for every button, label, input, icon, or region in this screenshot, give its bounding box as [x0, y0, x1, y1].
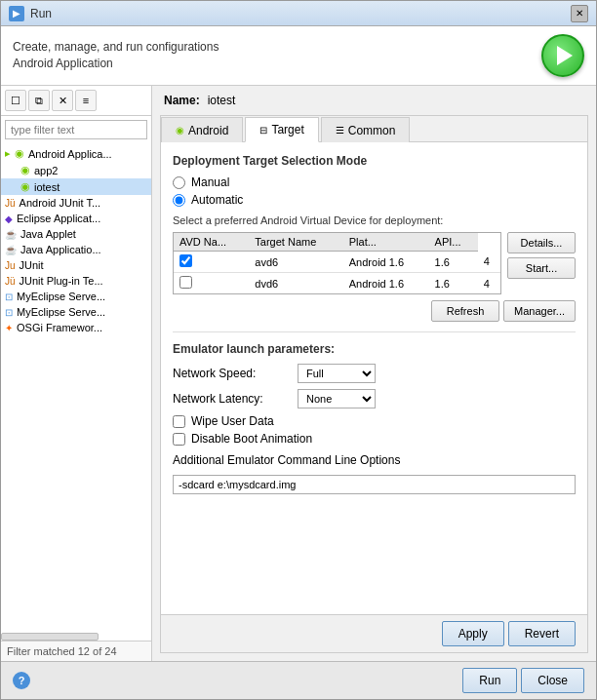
- sidebar-item-label: Java Applet: [20, 228, 76, 240]
- close-window-button[interactable]: ✕: [571, 5, 588, 22]
- emulator-section-label: Emulator launch parameters:: [173, 342, 576, 356]
- network-speed-row: Network Speed: Full GSM: [173, 364, 576, 383]
- tab-android[interactable]: ◉ Android: [161, 117, 243, 142]
- details-button[interactable]: Details...: [507, 232, 576, 253]
- sidebar: ☐ ⧉ ✕ ≡ ▸ ◉ Android Applica... ◉ app2 ◉: [1, 86, 152, 661]
- disable-boot-row[interactable]: Disable Boot Animation: [173, 432, 576, 446]
- run-icon-button[interactable]: [541, 34, 584, 77]
- filter-input[interactable]: [5, 120, 147, 139]
- avd-container: AVD Na... Target Name Plat... API...: [173, 232, 576, 294]
- new-config-button[interactable]: ☐: [5, 90, 26, 111]
- revert-button[interactable]: Revert: [508, 621, 576, 646]
- sidebar-item-eclipse-app[interactable]: ◆ Eclipse Applicat...: [1, 211, 151, 226]
- filter-config-button[interactable]: ≡: [75, 90, 97, 111]
- sidebar-item-android-app[interactable]: ▸ ◉ Android Applica...: [1, 145, 151, 162]
- sidebar-item-java-app[interactable]: ☕ Java Applicatio...: [1, 242, 151, 257]
- manager-button[interactable]: Manager...: [503, 300, 576, 322]
- avd-row-2[interactable]: dvd6 Android 1.6 1.6 4: [174, 273, 500, 294]
- sidebar-toolbar: ☐ ⧉ ✕ ≡: [1, 86, 151, 116]
- avd-row1-api: 4: [478, 252, 500, 273]
- tab-common[interactable]: ☰ Common: [321, 117, 411, 142]
- sidebar-item-junit[interactable]: Ju JUnit: [1, 257, 151, 273]
- avd-row2-check[interactable]: [174, 273, 249, 294]
- avd-row2-api: 4: [478, 273, 500, 294]
- sidebar-item-java-applet[interactable]: ☕ Java Applet: [1, 226, 151, 242]
- avd-buttons: Details... Start...: [507, 232, 576, 294]
- network-latency-row: Network Latency: None GPRS: [173, 389, 576, 408]
- sidebar-item-label: iotest: [34, 181, 60, 193]
- avd-row1-name: avd6: [249, 252, 342, 273]
- run-dialog: ▶ Run ✕ Create, manage, and run configur…: [0, 0, 597, 700]
- avd-table-wrapper: AVD Na... Target Name Plat... API...: [173, 232, 501, 294]
- footer-left: ?: [13, 672, 30, 689]
- android-icon: ▸: [5, 147, 11, 160]
- sidebar-item-iotest[interactable]: ◉ iotest: [1, 178, 151, 195]
- network-latency-select[interactable]: None GPRS: [298, 389, 376, 408]
- avd2-checkbox[interactable]: [179, 276, 192, 289]
- avd-row2-platform: 1.6: [429, 273, 478, 294]
- avd-row1-platform: 1.6: [429, 252, 478, 273]
- android-icon2: ◉: [20, 164, 30, 176]
- start-button[interactable]: Start...: [507, 257, 576, 279]
- manual-radio-item[interactable]: Manual: [173, 175, 576, 189]
- sidebar-item-android-junit[interactable]: Jü Android JUnit T...: [1, 195, 151, 211]
- copy-config-button[interactable]: ⧉: [28, 90, 50, 111]
- command-input[interactable]: [173, 475, 576, 494]
- avd1-checkbox[interactable]: [179, 254, 192, 267]
- avd-row-1[interactable]: avd6 Android 1.6 1.6 4: [174, 252, 500, 273]
- tree-view: ▸ ◉ Android Applica... ◉ app2 ◉ iotest J…: [1, 143, 151, 629]
- manual-label: Manual: [191, 175, 229, 189]
- network-speed-select[interactable]: Full GSM: [298, 364, 376, 383]
- common-tab-icon: ☰: [336, 125, 344, 136]
- eclipse-icon: ◆: [5, 214, 13, 224]
- refresh-button[interactable]: Refresh: [431, 300, 499, 322]
- avd-table-section: Select a preferred Android Virtual Devic…: [173, 214, 576, 322]
- sidebar-item-label: JUnit: [20, 259, 44, 271]
- boot-checkbox[interactable]: [173, 433, 185, 446]
- deployment-mode-group: Manual Automatic: [173, 175, 576, 207]
- sidebar-item-osgi[interactable]: ✦ OSGi Framewor...: [1, 320, 151, 335]
- sidebar-item-myeclipse1[interactable]: ⊡ MyEclipse Serve...: [1, 289, 151, 304]
- right-panel: Name: iotest ◉ Android ⊟ Target ☰: [152, 86, 596, 661]
- automatic-label: Automatic: [191, 193, 243, 207]
- col-avd-name: AVD Na...: [174, 233, 249, 252]
- avd-bottom-buttons: Refresh Manager...: [173, 300, 576, 322]
- manual-radio[interactable]: [173, 176, 185, 189]
- horizontal-scrollbar[interactable]: [1, 633, 99, 641]
- wipe-user-data-row[interactable]: Wipe User Data: [173, 414, 576, 428]
- target-tab-icon: ⊟: [259, 125, 267, 136]
- close-button[interactable]: Close: [521, 668, 584, 693]
- android-icon3: ◉: [20, 180, 30, 193]
- network-speed-label: Network Speed:: [173, 367, 290, 380]
- tab-android-label: Android: [188, 124, 228, 137]
- sidebar-filter-status: Filter matched 12 of 24: [1, 641, 151, 661]
- junit-icon2: Ju: [5, 260, 16, 271]
- help-button[interactable]: ?: [13, 672, 30, 689]
- footer-bar: ? Run Close: [1, 661, 596, 699]
- run-button[interactable]: Run: [462, 668, 517, 693]
- avd-row2-name: dvd6: [249, 273, 342, 294]
- wipe-checkbox[interactable]: [173, 415, 185, 428]
- command-label: Additional Emulator Command Line Options: [173, 453, 576, 467]
- apply-button[interactable]: Apply: [442, 621, 504, 646]
- avd-row2-target: Android 1.6: [343, 273, 429, 294]
- sidebar-item-label: app2: [34, 165, 58, 176]
- description-bar: Create, manage, and run configurations A…: [1, 26, 596, 86]
- col-target-name: Target Name: [249, 233, 342, 252]
- tab-common-label: Common: [348, 124, 396, 137]
- name-bar: Name: iotest: [152, 86, 596, 115]
- sidebar-item-junit-plugin[interactable]: Jü JUnit Plug-in Te...: [1, 273, 151, 289]
- tab-target[interactable]: ⊟ Target: [245, 117, 318, 142]
- sidebar-item-myeclipse2[interactable]: ⊡ MyEclipse Serve...: [1, 304, 151, 320]
- avd-row1-check[interactable]: [174, 252, 249, 273]
- myeclipse-icon2: ⊡: [5, 307, 13, 318]
- automatic-radio[interactable]: [173, 194, 185, 207]
- sidebar-item-app2[interactable]: ◉ app2: [1, 162, 151, 178]
- delete-config-button[interactable]: ✕: [52, 90, 73, 111]
- window-icon: ▶: [9, 6, 24, 21]
- automatic-radio-item[interactable]: Automatic: [173, 193, 576, 207]
- col-platform: Plat...: [343, 233, 429, 252]
- avd-subtitle: Select a preferred Android Virtual Devic…: [173, 214, 576, 226]
- sidebar-item-label: Android Applica...: [28, 148, 112, 160]
- description-line2: Android Application: [13, 56, 219, 72]
